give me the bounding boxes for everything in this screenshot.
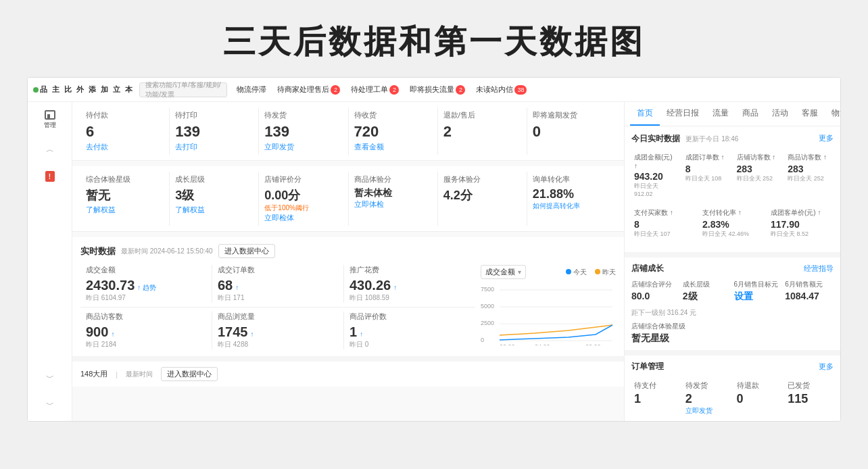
pending-receive-link[interactable]: 查看金额	[354, 142, 432, 152]
sidebar-home-icon[interactable]: 管理	[38, 107, 62, 132]
order-pending-pay-value: 1	[634, 392, 677, 406]
support-conversion-prev: 昨日全天 42.46%	[702, 230, 763, 239]
support-avg-order-value: 117.90	[771, 219, 831, 230]
sidebar-alert-icon[interactable]: !	[38, 164, 62, 189]
rt-gmv-trend[interactable]: ↑ 趋势	[137, 283, 156, 293]
sidebar-chevron-down-icon[interactable]: ﹀	[38, 366, 62, 390]
refund-label: 退款/售后	[443, 110, 521, 120]
pending-print-label: 待打印	[175, 110, 253, 120]
bottom-datacenter-button[interactable]: 进入数据中心	[161, 367, 218, 381]
rt-promo: 推广花费 430.26 ↑ 昨日 1088.59	[344, 265, 475, 303]
score-warning: 低于100%阈行	[264, 203, 342, 213]
experience-link[interactable]: 了解权益	[86, 205, 164, 215]
realtime-header: 实时数据 最新时间 2024-06-12 15:50:40 进入数据中心	[80, 244, 616, 258]
tab-service[interactable]: 客服	[795, 102, 825, 126]
tab-daily[interactable]: 经营日报	[660, 102, 706, 126]
stat-pending-ship: 待发货 139 立即发货	[259, 107, 348, 155]
order-pending-ship-link[interactable]: 立即发货	[685, 406, 729, 416]
growth-sales: 6月销售额元 1084.47	[785, 280, 834, 303]
line-chart: 7500 5000 2500 0	[481, 285, 616, 345]
pending-receive-label: 待收货	[354, 110, 432, 120]
top-nav: 品 主 比 外 添 加 立 本 搜索功能/订单/客服/规则/功能/发票 物流停滞…	[28, 78, 840, 102]
pending-ship-label: 待发货	[264, 110, 342, 120]
growth-target-label: 6月销售目标元	[734, 280, 783, 289]
right-tab-nav: 首页 经营日报 流量 商品 活动 客服 物流 店铺服务	[625, 102, 840, 126]
pending-ship-link[interactable]: 立即发货	[264, 142, 342, 152]
pending-payment-value: 6	[86, 123, 164, 141]
nav-item-traffic[interactable]: 即将损失流量 2	[406, 83, 469, 96]
today-realtime-more[interactable]: 更多	[819, 133, 834, 143]
nav-item-message[interactable]: 未读站内信 38	[472, 83, 531, 96]
score-label: 店铺评价分	[264, 174, 342, 184]
sidebar-chevron-up-icon[interactable]: ︿	[38, 137, 62, 162]
rt-reviews-value: 1	[349, 324, 357, 340]
support-conversion: 支付转化率 ↑ 2.83% 昨日全天 42.46%	[700, 205, 765, 241]
chart-select[interactable]: 成交金额 ▾	[481, 265, 526, 279]
metric-conversion: 询单转化率 21.88% 如何提高转化率	[527, 172, 616, 226]
growth-label: 成长层级	[175, 174, 253, 184]
nav-item-logistics[interactable]: 物流停滞	[233, 83, 270, 96]
growth-link[interactable]: 了解权益	[175, 205, 253, 215]
growth-target-value[interactable]: 设置	[734, 291, 783, 303]
pending-print-link[interactable]: 去打印	[175, 142, 253, 152]
store-growth-link[interactable]: 经营指导	[804, 264, 834, 274]
chart-wrapper: 成交金额 2430.73 ↑ 趋势 昨日 6104.97 成交订单数	[80, 265, 616, 349]
conversion-link[interactable]: 如何提高转化率	[533, 201, 610, 211]
pending-print-value: 139	[175, 123, 253, 141]
order-mgmt-section: 订单管理 更多 待支付 1 待发货 2 立即发货 待退款 0	[625, 350, 840, 422]
chart-container: 成交金额 ▾ 今天 昨天 7500 5000 2	[481, 265, 616, 348]
overdue-label: 即将逾期发货	[533, 110, 610, 120]
service-value: 4.2分	[443, 187, 521, 203]
growth-level: 成长层级 2级	[683, 280, 731, 303]
support-buyers-prev: 昨日全天 107	[634, 230, 694, 239]
rt-gmv-label: 成交金额	[86, 265, 206, 275]
rt-promo-trend[interactable]: ↑	[393, 284, 397, 291]
today-gmv-value: 943.20	[634, 171, 677, 182]
order-mgmt-more[interactable]: 更多	[819, 362, 834, 372]
growth-level-label: 成长层级	[683, 280, 731, 289]
store-star-section: 店铺综合体验星级 暂无星级	[631, 322, 834, 345]
tab-home[interactable]: 首页	[630, 102, 660, 126]
nav-items: 物流停滞 待商家处理售后 2 待处理工单 2 即将损失流量 2 未读站内信 38	[233, 83, 835, 96]
overdue-link	[533, 142, 610, 151]
realtime-metrics-row2: 商品访客数 900 ↑ 昨日 2184 商品浏览量 1745	[80, 312, 475, 349]
rt-pageviews-trend[interactable]: ↑	[251, 330, 254, 338]
nav-item-workorder[interactable]: 待处理工单 2	[347, 83, 403, 96]
rt-promo-value: 430.26	[349, 278, 391, 293]
sidebar-chevron-down2-icon[interactable]: ﹀	[38, 393, 62, 417]
tab-logistics[interactable]: 物流	[825, 102, 840, 126]
right-panel: 首页 经营日报 流量 商品 活动 客服 物流 店铺服务 今日实时数据 更新于今日…	[624, 102, 840, 422]
realtime-metrics-container: 成交金额 2430.73 ↑ 趋势 昨日 6104.97 成交订单数	[80, 265, 475, 349]
metrics-row: 综合体验星级 暂无 了解权益 成长层级 3级 了解权益 店铺评价分 0.00分 …	[72, 166, 624, 232]
left-sidebar: 管理 ︿ ! ﹀ ﹀	[28, 102, 72, 422]
support-avg-order: 成团客单价(元) ↑ 117.90 昨日全天 8.52	[768, 205, 834, 241]
product-link[interactable]: 立即体检	[354, 199, 432, 209]
enter-datacenter-button[interactable]: 进入数据中心	[218, 244, 275, 258]
score-link[interactable]: 立即检体	[264, 213, 342, 223]
overdue-value: 0	[533, 123, 610, 141]
support-conversion-label: 支付转化率 ↑	[702, 208, 763, 218]
tab-products[interactable]: 商品	[736, 102, 765, 126]
pending-payment-link[interactable]: 去付款	[86, 142, 164, 152]
today-cell-product-visitors: 商品访客数 ↑ 283 昨日全天 252	[785, 150, 834, 200]
center-content: 待付款 6 去付款 待打印 139 去打印 待发货 139 立即发货 待收货 7…	[72, 102, 624, 422]
rt-orders-trend[interactable]: ↑	[235, 284, 239, 291]
nav-search[interactable]: 搜索功能/订单/客服/规则/功能/发票	[139, 82, 227, 97]
nav-item-aftersale[interactable]: 待商家处理售后 2	[273, 83, 344, 96]
today-gmv-label: 成团金额(元) ↑	[634, 153, 677, 170]
main-layout: 管理 ︿ ! ﹀ ﹀ 待付款 6	[28, 102, 840, 422]
order-pending-pay: 待支付 1	[631, 378, 680, 418]
bottom-bar: 148大用 | 最新时间 进入数据中心	[72, 356, 624, 387]
rt-reviews-trend[interactable]: ↑	[360, 330, 363, 338]
rt-gmv-value: 2430.73	[86, 278, 135, 293]
tab-activity[interactable]: 活动	[765, 102, 795, 126]
rt-visitors-trend[interactable]: ↑	[111, 330, 114, 338]
store-growth-header: 店铺成长 经营指导	[631, 263, 834, 274]
growth-rating-label: 店铺综合评分	[631, 280, 680, 289]
experience-value: 暂无	[86, 187, 164, 203]
conversion-label: 询单转化率	[533, 174, 610, 184]
today-store-visitors-value: 283	[737, 164, 780, 174]
tab-traffic[interactable]: 流量	[706, 102, 736, 126]
store-star-value: 暂无星级	[631, 332, 834, 345]
growth-sales-value: 1084.47	[785, 291, 834, 301]
